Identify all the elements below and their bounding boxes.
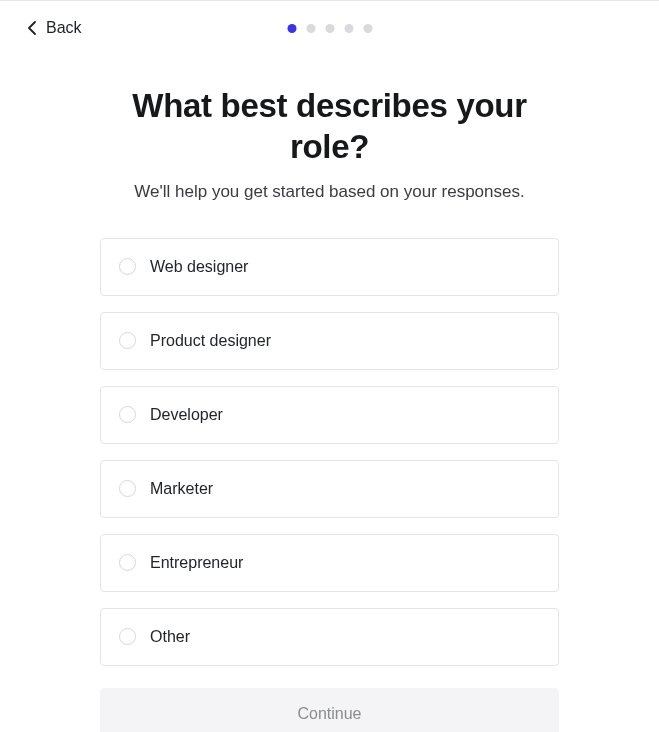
radio-icon — [119, 628, 136, 645]
role-option-developer[interactable]: Developer — [100, 386, 559, 444]
option-label: Marketer — [150, 480, 213, 498]
header-bar: Back — [0, 1, 659, 37]
continue-button[interactable]: Continue — [100, 688, 559, 733]
radio-icon — [119, 406, 136, 423]
role-options-list: Web designer Product designer Developer … — [100, 238, 559, 666]
option-label: Product designer — [150, 332, 271, 350]
role-option-marketer[interactable]: Marketer — [100, 460, 559, 518]
option-label: Web designer — [150, 258, 248, 276]
role-option-web-designer[interactable]: Web designer — [100, 238, 559, 296]
chevron-left-icon — [28, 21, 36, 35]
option-label: Entrepreneur — [150, 554, 243, 572]
role-option-entrepreneur[interactable]: Entrepreneur — [100, 534, 559, 592]
radio-icon — [119, 258, 136, 275]
onboarding-content: What best describes your role? We'll hel… — [0, 37, 659, 732]
progress-dot-4 — [344, 24, 353, 33]
radio-icon — [119, 554, 136, 571]
option-label: Developer — [150, 406, 223, 424]
progress-dot-2 — [306, 24, 315, 33]
radio-icon — [119, 332, 136, 349]
progress-indicator — [287, 24, 372, 33]
role-option-other[interactable]: Other — [100, 608, 559, 666]
radio-icon — [119, 480, 136, 497]
progress-dot-1 — [287, 24, 296, 33]
progress-dot-3 — [325, 24, 334, 33]
page-title: What best describes your role? — [100, 85, 559, 168]
option-label: Other — [150, 628, 190, 646]
page-subtitle: We'll help you get started based on your… — [134, 182, 524, 202]
progress-dot-5 — [363, 24, 372, 33]
back-button[interactable]: Back — [28, 19, 82, 37]
role-option-product-designer[interactable]: Product designer — [100, 312, 559, 370]
back-label: Back — [46, 19, 82, 37]
